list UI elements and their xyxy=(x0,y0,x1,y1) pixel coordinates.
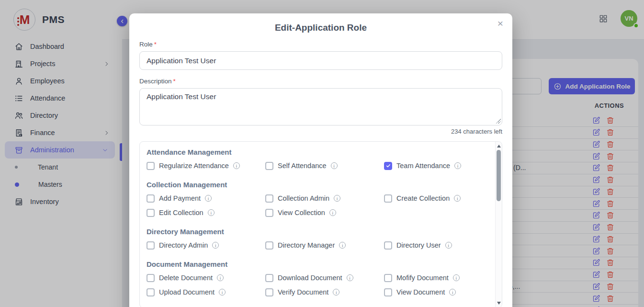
checkbox-icon[interactable] xyxy=(384,288,392,296)
permission-checkbox-delete-document[interactable]: Delete Document xyxy=(147,273,265,283)
checkbox-icon[interactable] xyxy=(265,241,273,250)
info-icon[interactable] xyxy=(453,274,460,281)
info-icon[interactable] xyxy=(219,289,226,296)
permission-checkbox-view-document[interactable]: View Document xyxy=(384,287,494,297)
info-icon[interactable] xyxy=(445,242,452,249)
info-icon[interactable] xyxy=(205,195,212,202)
permission-checkbox-edit-collection[interactable]: Edit Collection xyxy=(147,207,265,218)
info-icon[interactable] xyxy=(329,209,336,216)
permission-checkbox-mofify-document[interactable]: Mofify Document xyxy=(384,273,494,283)
section-title: Directory Management xyxy=(147,227,495,236)
section-title: Collection Management xyxy=(147,181,495,189)
permission-checkbox-team-attendance[interactable]: Team Attendance xyxy=(384,160,494,171)
info-icon[interactable] xyxy=(334,195,340,202)
permission-checkbox-verify-document[interactable]: Verify Document xyxy=(265,287,384,297)
permissions-panel: Attendance ManagementRegularize Attendan… xyxy=(139,141,502,307)
checkbox-icon[interactable] xyxy=(147,162,155,170)
checkbox-icon[interactable] xyxy=(147,209,155,217)
role-input[interactable] xyxy=(139,51,502,70)
info-icon[interactable] xyxy=(212,242,219,249)
checkbox-icon[interactable] xyxy=(265,162,273,170)
app-screen: M PMS DashboardProjectsEmployeesAttendan… xyxy=(0,0,644,307)
scroll-down-arrow[interactable] xyxy=(496,300,502,307)
close-icon[interactable]: × xyxy=(494,17,507,30)
permission-checkbox-view-collection[interactable]: View Collection xyxy=(265,207,384,218)
permission-checkbox-directory-manager[interactable]: Directory Manager xyxy=(265,240,384,250)
permission-checkbox-create-collection[interactable]: Create Collection xyxy=(384,193,494,204)
checkbox-icon[interactable] xyxy=(265,209,273,217)
scrollbar[interactable] xyxy=(495,142,502,307)
role-label: Role* xyxy=(139,41,502,48)
checkbox-icon[interactable] xyxy=(147,241,155,250)
checkbox-icon[interactable] xyxy=(384,241,392,250)
checkbox-icon[interactable] xyxy=(147,288,155,296)
permission-checkbox-directory-admin[interactable]: Directory Admin xyxy=(147,240,265,250)
characters-left-counter: 234 characters left xyxy=(139,128,502,135)
permission-checkbox-download-document[interactable]: Download Document xyxy=(265,273,384,283)
info-icon[interactable] xyxy=(333,289,339,296)
description-label: Description* xyxy=(139,78,502,85)
checkbox-icon[interactable] xyxy=(384,162,392,170)
section-title: Document Management xyxy=(147,260,495,268)
info-icon[interactable] xyxy=(339,242,346,249)
scroll-up-arrow[interactable] xyxy=(496,143,502,149)
info-icon[interactable] xyxy=(454,162,461,169)
info-icon[interactable] xyxy=(347,274,353,281)
permissions-list: Attendance ManagementRegularize Attendan… xyxy=(140,142,495,307)
scrollbar-thumb[interactable] xyxy=(497,150,501,201)
edit-application-role-modal: × Edit-Application Role Role* Descriptio… xyxy=(129,13,512,307)
checkbox-icon[interactable] xyxy=(147,274,155,282)
info-icon[interactable] xyxy=(449,289,456,296)
checkbox-icon[interactable] xyxy=(384,274,392,282)
permission-section-attendance-management: Attendance ManagementRegularize Attendan… xyxy=(147,148,495,171)
checkbox-icon[interactable] xyxy=(147,194,155,203)
checkbox-icon[interactable] xyxy=(384,194,392,203)
modal-title: Edit-Application Role xyxy=(129,23,512,33)
checkbox-icon[interactable] xyxy=(265,274,273,282)
permission-section-collection-management: Collection ManagementAdd PaymentCollecti… xyxy=(147,181,495,218)
required-marker: * xyxy=(154,41,157,48)
checkbox-icon[interactable] xyxy=(265,288,273,296)
info-icon[interactable] xyxy=(331,162,338,169)
required-marker: * xyxy=(173,78,176,85)
section-title: Attendance Management xyxy=(147,148,495,156)
permission-checkbox-regularize-attendance[interactable]: Regularize Attendance xyxy=(147,160,265,171)
permission-section-document-management: Document ManagementDelete DocumentDownlo… xyxy=(147,260,495,297)
info-icon[interactable] xyxy=(217,274,224,281)
permission-checkbox-self-attendance[interactable]: Self Attendance xyxy=(265,160,384,171)
permission-checkbox-directory-user[interactable]: Directory User xyxy=(384,240,494,250)
info-icon[interactable] xyxy=(208,209,215,216)
permission-checkbox-add-payment[interactable]: Add Payment xyxy=(147,193,265,204)
permission-checkbox-collection-admin[interactable]: Collection Admin xyxy=(265,193,384,204)
description-textarea[interactable]: Application Test User xyxy=(139,88,502,125)
permission-checkbox-upload-document[interactable]: Upload Document xyxy=(147,287,265,297)
checkbox-icon[interactable] xyxy=(265,194,273,203)
info-icon[interactable] xyxy=(233,162,240,169)
info-icon[interactable] xyxy=(454,195,461,202)
permission-section-directory-management: Directory ManagementDirectory AdminDirec… xyxy=(147,227,495,250)
